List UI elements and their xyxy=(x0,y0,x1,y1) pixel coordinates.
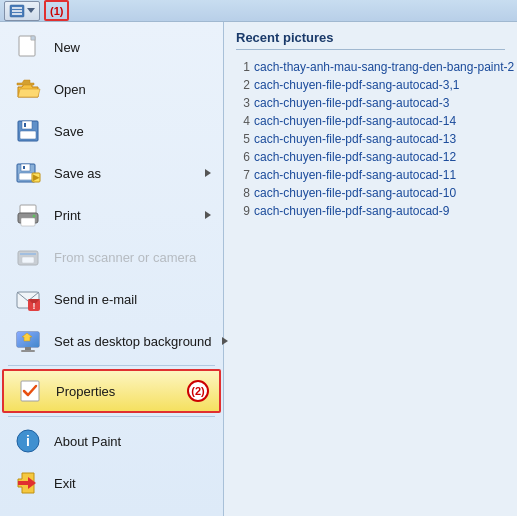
svg-marker-8 xyxy=(18,89,40,97)
svg-text:▶: ▶ xyxy=(33,173,40,182)
recent-num: 3 xyxy=(236,96,250,110)
annotation-1-box: (1) xyxy=(44,0,69,21)
separator-2 xyxy=(8,416,215,417)
open-label: Open xyxy=(54,82,211,97)
properties-label: Properties xyxy=(56,384,173,399)
menu-item-about[interactable]: i About Paint xyxy=(0,420,223,462)
recent-filename: cach-chuyen-file-pdf-sang-autocad-10 xyxy=(254,186,456,200)
recent-filename: cach-thay-anh-mau-sang-trang-den-bang-pa… xyxy=(254,60,514,74)
svg-rect-22 xyxy=(21,218,35,226)
about-icon: i xyxy=(12,425,44,457)
desktop-icon xyxy=(12,325,44,357)
menu-item-save[interactable]: Save xyxy=(0,110,223,152)
recent-item[interactable]: 2 cach-chuyen-file-pdf-sang-autocad-3,1 xyxy=(236,76,505,94)
svg-rect-26 xyxy=(22,257,34,263)
new-icon xyxy=(12,31,44,63)
menu-item-print[interactable]: Print xyxy=(0,194,223,236)
step2-label: (2) xyxy=(191,385,204,397)
menu-item-desktop[interactable]: Set as desktop background xyxy=(0,320,223,362)
recent-filename: cach-chuyen-file-pdf-sang-autocad-13 xyxy=(254,132,456,146)
email-label: Send in e-mail xyxy=(54,292,211,307)
recent-num: 6 xyxy=(236,150,250,164)
recent-num: 5 xyxy=(236,132,250,146)
properties-icon xyxy=(14,375,46,407)
save-label: Save xyxy=(54,124,211,139)
menu-item-scanner: From scanner or camera xyxy=(0,236,223,278)
step1-label: (1) xyxy=(50,5,63,17)
svg-rect-15 xyxy=(21,164,30,171)
about-label: About Paint xyxy=(54,434,211,449)
svg-rect-11 xyxy=(22,121,32,129)
svg-rect-13 xyxy=(24,123,26,127)
recent-item[interactable]: 7 cach-chuyen-file-pdf-sang-autocad-11 xyxy=(236,166,505,184)
recent-item[interactable]: 3 cach-chuyen-file-pdf-sang-autocad-3 xyxy=(236,94,505,112)
recent-filename: cach-chuyen-file-pdf-sang-autocad-9 xyxy=(254,204,449,218)
email-icon: ! xyxy=(12,283,44,315)
open-icon xyxy=(12,73,44,105)
right-panel: Recent pictures 1 cach-thay-anh-mau-sang… xyxy=(224,22,517,516)
saveas-label: Save as xyxy=(54,166,195,181)
recent-filename: cach-chuyen-file-pdf-sang-autocad-11 xyxy=(254,168,456,182)
left-menu: New Open Save xyxy=(0,22,224,516)
separator-1 xyxy=(8,365,215,366)
menu-item-saveas[interactable]: ▶ Save as xyxy=(0,152,223,194)
main-area: New Open Save xyxy=(0,22,517,516)
desktop-label: Set as desktop background xyxy=(54,334,212,349)
svg-rect-16 xyxy=(19,173,33,180)
recent-filename: cach-chuyen-file-pdf-sang-autocad-12 xyxy=(254,150,456,164)
svg-point-23 xyxy=(33,215,36,218)
recent-num: 4 xyxy=(236,114,250,128)
new-label: New xyxy=(54,40,211,55)
recent-item[interactable]: 5 cach-chuyen-file-pdf-sang-autocad-13 xyxy=(236,130,505,148)
menu-item-exit[interactable]: Exit xyxy=(0,462,223,504)
recent-item[interactable]: 8 cach-chuyen-file-pdf-sang-autocad-10 xyxy=(236,184,505,202)
print-arrow-icon xyxy=(205,211,211,219)
svg-rect-25 xyxy=(20,253,36,255)
recent-filename: cach-chuyen-file-pdf-sang-autocad-3 xyxy=(254,96,449,110)
scanner-icon xyxy=(12,241,44,273)
menu-item-open[interactable]: Open xyxy=(0,68,223,110)
dropdown-arrow-icon xyxy=(27,8,35,13)
recent-item[interactable]: 1 cach-thay-anh-mau-sang-trang-den-bang-… xyxy=(236,58,505,76)
recent-item[interactable]: 9 cach-chuyen-file-pdf-sang-autocad-9 xyxy=(236,202,505,220)
svg-rect-12 xyxy=(20,131,36,139)
desktop-arrow-icon xyxy=(222,337,228,345)
recent-num: 9 xyxy=(236,204,250,218)
exit-label: Exit xyxy=(54,476,211,491)
menu-button[interactable] xyxy=(4,1,40,21)
saveas-icon: ▶ xyxy=(12,157,44,189)
recent-num: 1 xyxy=(236,60,250,74)
top-bar: (1) xyxy=(0,0,517,22)
print-label: Print xyxy=(54,208,195,223)
svg-text:!: ! xyxy=(33,301,36,311)
svg-rect-34 xyxy=(21,350,35,352)
recent-filename: cach-chuyen-file-pdf-sang-autocad-3,1 xyxy=(254,78,459,92)
recent-num: 7 xyxy=(236,168,250,182)
saveas-arrow-icon xyxy=(205,169,211,177)
svg-marker-9 xyxy=(17,80,34,85)
menu-item-properties[interactable]: Properties (2) xyxy=(2,369,221,413)
recent-filename: cach-chuyen-file-pdf-sang-autocad-14 xyxy=(254,114,456,128)
recent-list: 1 cach-thay-anh-mau-sang-trang-den-bang-… xyxy=(236,58,505,220)
recent-num: 8 xyxy=(236,186,250,200)
save-icon xyxy=(12,115,44,147)
svg-rect-17 xyxy=(23,166,25,169)
svg-rect-6 xyxy=(31,36,35,40)
recent-pictures-title: Recent pictures xyxy=(236,30,505,50)
scanner-label: From scanner or camera xyxy=(54,250,211,265)
menu-item-email[interactable]: ! Send in e-mail xyxy=(0,278,223,320)
menu-item-new[interactable]: New xyxy=(0,26,223,68)
exit-icon xyxy=(12,467,44,499)
menu-icon xyxy=(9,4,25,18)
recent-num: 2 xyxy=(236,78,250,92)
print-icon xyxy=(12,199,44,231)
svg-text:i: i xyxy=(26,433,30,449)
annotation-2-box: (2) xyxy=(187,380,209,402)
recent-item[interactable]: 4 cach-chuyen-file-pdf-sang-autocad-14 xyxy=(236,112,505,130)
recent-item[interactable]: 6 cach-chuyen-file-pdf-sang-autocad-12 xyxy=(236,148,505,166)
